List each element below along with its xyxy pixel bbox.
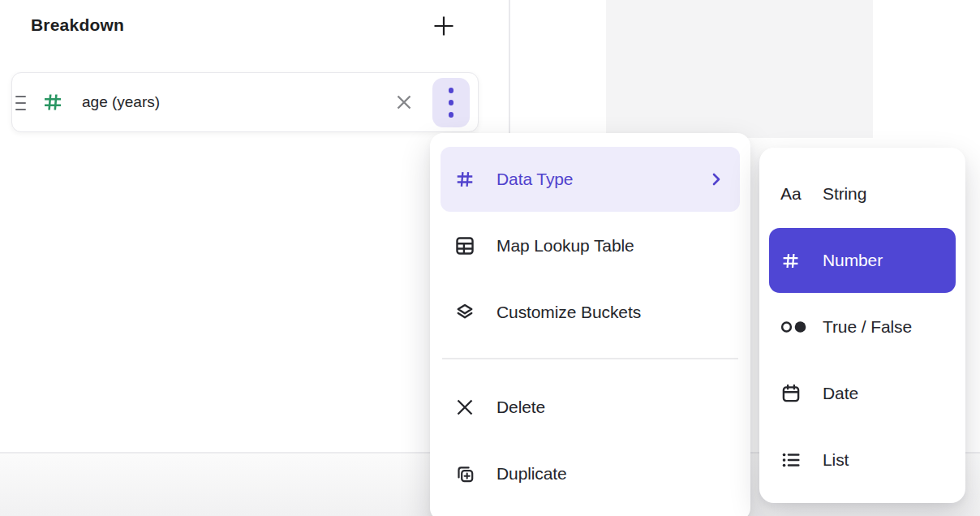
submenu-item-label: Date bbox=[823, 384, 858, 403]
menu-item-delete[interactable]: Delete bbox=[441, 375, 740, 440]
drag-handle-icon[interactable] bbox=[15, 96, 27, 110]
menu-item-label: Map Lookup Table bbox=[496, 236, 634, 256]
menu-item-label: Customize Buckets bbox=[496, 303, 641, 322]
menu-item-duplicate[interactable]: Duplicate bbox=[441, 441, 740, 506]
remove-field-button[interactable] bbox=[392, 90, 416, 114]
layers-icon bbox=[453, 302, 476, 323]
x-icon bbox=[394, 92, 414, 112]
menu-item-label: Data Type bbox=[496, 170, 573, 189]
data-type-submenu: Aa String Number True / False bbox=[759, 148, 965, 503]
submenu-item-list[interactable]: List bbox=[769, 428, 956, 492]
hash-icon bbox=[453, 169, 476, 190]
field-context-menu: Data Type Map Lookup Table Customiz bbox=[430, 133, 750, 516]
true-false-circles-icon bbox=[780, 317, 811, 337]
plus-icon bbox=[432, 14, 456, 38]
field-chip-label: age (years) bbox=[82, 73, 160, 131]
hash-icon bbox=[780, 251, 811, 271]
duplicate-icon bbox=[453, 463, 476, 485]
submenu-item-number[interactable]: Number bbox=[769, 228, 956, 293]
list-icon bbox=[780, 449, 811, 471]
add-breakdown-button[interactable] bbox=[430, 12, 458, 40]
submenu-item-date[interactable]: Date bbox=[769, 361, 956, 426]
string-aa-icon: Aa bbox=[780, 184, 802, 204]
field-more-options-button[interactable] bbox=[432, 78, 470, 127]
menu-item-label: Duplicate bbox=[496, 464, 567, 484]
menu-divider bbox=[442, 358, 738, 359]
page-title: Breakdown bbox=[31, 15, 124, 35]
submenu-item-label: List bbox=[823, 450, 849, 470]
submenu-item-label: Number bbox=[823, 251, 883, 270]
menu-item-map-lookup-table[interactable]: Map Lookup Table bbox=[441, 213, 740, 278]
menu-item-label: Delete bbox=[496, 398, 545, 417]
menu-item-data-type[interactable]: Data Type bbox=[441, 147, 740, 212]
submenu-item-label: True / False bbox=[823, 317, 912, 337]
table-icon bbox=[453, 235, 476, 256]
content-placeholder-panel bbox=[606, 0, 873, 138]
x-icon bbox=[453, 398, 476, 417]
submenu-item-label: String bbox=[823, 184, 866, 204]
calendar-icon bbox=[780, 383, 811, 404]
kebab-icon bbox=[449, 88, 454, 93]
breakdown-panel-screen: Breakdown age (years) bbox=[0, 0, 980, 516]
hash-icon bbox=[41, 91, 64, 114]
menu-item-customize-buckets[interactable]: Customize Buckets bbox=[441, 280, 740, 345]
breakdown-field-chip[interactable]: age (years) bbox=[11, 72, 479, 132]
chevron-right-icon bbox=[711, 172, 722, 187]
submenu-item-true-false[interactable]: True / False bbox=[769, 295, 956, 359]
submenu-item-string[interactable]: Aa String bbox=[769, 161, 956, 226]
